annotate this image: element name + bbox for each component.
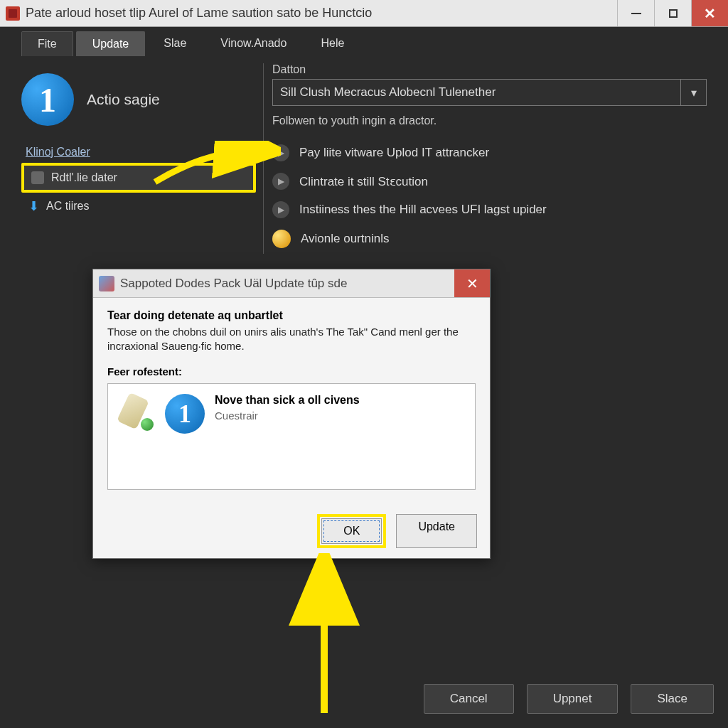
tab-hele[interactable]: Hele: [305, 31, 360, 56]
minimize-button[interactable]: [617, 0, 654, 26]
window-controls: ✕: [617, 0, 728, 26]
annotation-arrow-icon: [282, 553, 367, 717]
dialog-app-icon: [99, 276, 114, 291]
annotation-highlight-ok: OK: [317, 514, 386, 548]
maximize-button[interactable]: [654, 0, 691, 26]
dialog-item-sub: Cuestrair: [215, 410, 360, 422]
shuttlecock-icon: [118, 394, 155, 431]
step-text: Pay liite vitware Uplod IT attrancker: [299, 146, 489, 160]
dialog-item-title: Nove than sick a oll civens: [215, 394, 360, 407]
helper-text: Folbwen to youth ingin a dractor.: [272, 114, 707, 127]
play-icon: ▶: [272, 144, 289, 161]
close-button[interactable]: ✕: [691, 0, 728, 26]
play-icon: ▶: [272, 201, 289, 218]
tab-vinow[interactable]: Vinow.Anado: [205, 31, 302, 56]
stage-header: 1 Actio sagie: [21, 63, 256, 141]
dialog-footer: OK Update: [93, 504, 490, 558]
dialog-text: Those on the chobns duil on unirs alis u…: [107, 325, 476, 354]
tab-file[interactable]: Fite: [21, 31, 73, 56]
sidebar-item-label: Rdtl'.lie dater: [51, 171, 117, 184]
stage-number-badge: 1: [21, 73, 74, 126]
footer-buttons: Cancel Uppnet Slace: [424, 684, 714, 714]
dialog-heading: Tear doing detenate aq unbartlet: [107, 309, 476, 322]
dialog-close-button[interactable]: ✕: [454, 269, 490, 297]
dropdown-value: Sill Clush Mecracus Alobecnl Tulenether: [273, 80, 680, 105]
stage-label: Actio sagie: [87, 91, 160, 108]
left-pane: 1 Actio sagie Klinoj Coaler Rdtl'.lie da…: [21, 63, 256, 254]
cancel-button[interactable]: Cancel: [424, 684, 514, 714]
content-area: 1 Actio sagie Klinoj Coaler Rdtl'.lie da…: [0, 56, 728, 261]
app-icon: [6, 6, 20, 21]
chevron-down-icon[interactable]: ▾: [680, 80, 706, 105]
ok-button[interactable]: OK: [321, 518, 382, 544]
titlebar: Pate arloud hoset tlip Aurel of Lame sau…: [0, 0, 728, 27]
slace-button[interactable]: Slace: [631, 684, 714, 714]
step-item: ▶Instiiness thes the Hill acvees UFI lag…: [272, 196, 707, 224]
annotation-highlight-sidebar: Rdtl'.lie dater: [21, 163, 256, 193]
dialog-titlebar: Sappoted Dodes Pack Uäl Update tûp sde ✕: [93, 269, 490, 298]
package-icon: [31, 171, 44, 184]
step-item: ▶Clintrate it still Stɛcution: [272, 167, 707, 196]
update-button[interactable]: Update: [396, 514, 477, 548]
uppnet-button[interactable]: Uppnet: [527, 684, 619, 714]
right-pane: Datton Sill Clush Mecracus Alobecnl Tule…: [263, 63, 707, 254]
dialog-item-text: Nove than sick a oll civens Cuestrair: [215, 394, 360, 422]
download-icon: ⬇: [28, 198, 39, 214]
tab-slae[interactable]: Slae: [148, 31, 202, 56]
step-text: Avionle ourtninls: [301, 232, 389, 246]
diamond-icon: [272, 230, 291, 248]
dialog-update: Sappoted Dodes Pack Uäl Update tûp sde ✕…: [92, 269, 491, 559]
tab-update[interactable]: Update: [76, 31, 146, 56]
play-icon: ▶: [272, 173, 289, 190]
sidebar-item-label: AC tiires: [46, 200, 89, 213]
dropdown-label: Datton: [272, 63, 707, 76]
window-title: Pate arloud hoset tlip Aurel of Lame sau…: [26, 6, 617, 21]
item-number-badge: 1: [165, 394, 205, 434]
dialog-title: Sappoted Dodes Pack Uäl Update tûp sde: [120, 277, 454, 291]
dialog-body: Tear doing detenate aq unbartlet Those o…: [93, 298, 490, 504]
step-item: Avionle ourtninls: [272, 224, 707, 254]
step-list: ▶Pay liite vitware Uplod IT attrancker ▶…: [272, 139, 707, 254]
menubar: Fite Update Slae Vinow.Anado Hele: [0, 27, 728, 56]
sidebar-item-tiires[interactable]: ⬇ AC tiires: [21, 193, 256, 220]
main-window: Pate arloud hoset tlip Aurel of Lame sau…: [0, 0, 728, 728]
dialog-subhead: Feer rofestent:: [107, 365, 476, 378]
sidebar-item-dater[interactable]: Rdtl'.lie dater: [24, 166, 253, 190]
sidebar-subhead: Klinoj Coaler: [26, 146, 256, 159]
step-item: ▶Pay liite vitware Uplod IT attrancker: [272, 139, 707, 167]
step-text: Instiiness thes the Hill acvees UFI lags…: [299, 203, 547, 217]
step-text: Clintrate it still Stɛcution: [299, 174, 428, 189]
dropdown-datton[interactable]: Sill Clush Mecracus Alobecnl Tulenether …: [272, 79, 707, 106]
dialog-list-panel: 1 Nove than sick a oll civens Cuestrair: [107, 383, 476, 490]
